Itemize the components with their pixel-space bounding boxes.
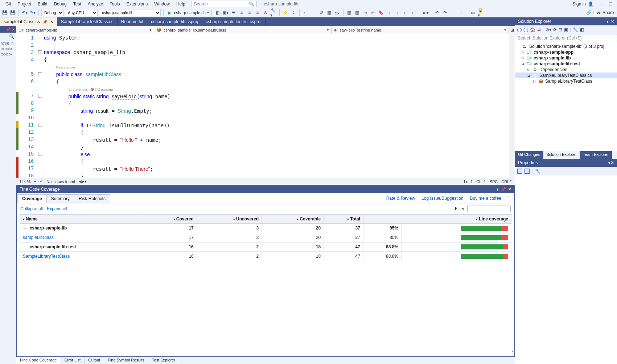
scroll-down-icon[interactable]: ˅ [511, 351, 514, 356]
issues-label[interactable]: No issues found [46, 179, 75, 184]
toolbar-icon[interactable]: ≣ [230, 9, 237, 16]
bookmark-icon[interactable]: 🔖 [378, 9, 384, 16]
live-share-button[interactable]: 🔗 Live Share [586, 10, 616, 15]
fwd-icon[interactable]: ◯ [523, 27, 528, 32]
toolbar-icon[interactable]: ⚡ [282, 9, 289, 16]
lineending-indicator[interactable]: CRLF [501, 179, 512, 184]
wrench-icon[interactable]: 🔧 [535, 169, 540, 174]
fold-column[interactable]: ----- [37, 34, 43, 178]
menu-item[interactable]: Project [14, 1, 34, 7]
back-icon[interactable]: ◯ [517, 27, 522, 32]
log-issue-link[interactable]: Log Issue/Suggestion [421, 196, 463, 201]
tree-node[interactable]: ▷ C# csharp-sample-app [515, 49, 617, 55]
tree-node[interactable]: ▷ C# csharp-sample-lib [515, 55, 617, 61]
maximize-icon[interactable]: ☐ [609, 1, 613, 7]
bottom-tab[interactable]: Fine Code Coverage [16, 357, 61, 364]
toolbar-icon[interactable]: ◂ [394, 9, 400, 16]
toolbar-icon[interactable]: ⎘▾ [334, 9, 341, 16]
coverage-class-link[interactable]: sampleLibClass [23, 235, 54, 240]
close-icon[interactable]: ✕ [12, 28, 15, 32]
toolbar-icon[interactable]: ↷ [442, 9, 448, 16]
bottom-tab[interactable]: Find Symbol Results [104, 357, 148, 364]
coverage-name[interactable]: sampleLibClass [20, 233, 142, 242]
tab-hotspots[interactable]: Risk Hotspots [74, 194, 110, 203]
coverage-name[interactable]: SampleLibraryTestClass [20, 252, 142, 261]
scope-dropdown[interactable]: C# csharp-sample-lib▾ [16, 26, 154, 34]
redo-icon[interactable]: ↷▾ [29, 9, 36, 16]
expand-icon[interactable]: ▷ [521, 56, 525, 60]
solexp-tab[interactable]: Solution Explorer [543, 151, 580, 159]
filter-input[interactable] [467, 206, 511, 212]
search-icon[interactable]: 🔍 [9, 34, 15, 39]
col-uncovered[interactable]: ▾Uncovered [197, 215, 262, 224]
categorized-icon[interactable] [517, 169, 522, 174]
doc-tab[interactable]: csharp-sample-lib.csproj [147, 17, 202, 26]
type-dropdown[interactable]: 📦 csharp_sample_lib.sampleLibClass▾ [154, 26, 332, 34]
close-icon[interactable]: ✕ [508, 187, 511, 192]
expand-all-link[interactable]: Expand all [47, 206, 67, 211]
tab-coverage[interactable]: Coverage [17, 194, 47, 203]
toolbar-icon[interactable]: ≡ [246, 9, 253, 16]
tree-node[interactable]: ◢ C# csharp-sample-lib-test [515, 61, 617, 67]
menu-item[interactable]: Debug [50, 1, 70, 7]
menu-item[interactable]: Extensions [123, 1, 151, 7]
nav-fwd-icon[interactable]: → [458, 9, 464, 16]
col-total[interactable]: ▾Total [324, 215, 363, 224]
solution-tree[interactable]: 🗂Solution 'csharp-sample-lib' (3 of 3 pr… [515, 42, 617, 151]
collapse-icon[interactable]: ⊟ [559, 27, 562, 32]
expand-icon[interactable]: ◢ [521, 62, 525, 66]
doc-tab[interactable]: csharp-sample-lib-test.csproj [202, 17, 265, 26]
refresh-icon[interactable]: ⟳ [553, 27, 557, 32]
minimize-icon[interactable]: — [599, 1, 604, 7]
expand-icon[interactable]: ▷ [527, 68, 530, 71]
code-area[interactable]: using System; namespace csharp_sample_li… [43, 34, 515, 178]
tree-node[interactable]: ▷ 📦 SampleLibraryTestClass [515, 78, 617, 84]
undo-icon[interactable]: ↶▾ [21, 9, 28, 16]
expand-icon[interactable]: ▷ [532, 79, 536, 83]
scrollbar[interactable] [509, 34, 515, 178]
toolbar-icon[interactable]: ▥ [354, 9, 361, 16]
toolbar-icon[interactable]: ≡ [254, 9, 261, 16]
nav-fwd-icon[interactable]: → [310, 9, 317, 16]
menu-item[interactable]: Build [34, 1, 51, 7]
expand-icon[interactable]: ◢ [527, 74, 530, 77]
dropdown-icon[interactable]: ▾ [497, 187, 499, 192]
menu-item[interactable]: Help [173, 1, 189, 7]
toolbar-icon[interactable]: ▭ [470, 9, 476, 16]
dropdown-icon[interactable]: ▾ [606, 19, 609, 24]
solexp-search-input[interactable]: Search Solution Explorer (Ctrl+$) [515, 34, 617, 42]
bottom-tab[interactable]: Output [85, 357, 104, 364]
toolbar-icon[interactable]: ⊘ [262, 9, 269, 16]
pin-icon[interactable]: 📌 [43, 20, 47, 24]
solexp-tab[interactable]: Git Changes [515, 151, 543, 159]
platform-dropdown[interactable]: Any CPU [65, 9, 98, 16]
menu-item[interactable]: Analyze [85, 1, 107, 7]
sync-icon[interactable]: ⊚▾ [546, 27, 551, 32]
toolbar-icon[interactable]: ⇥ [362, 9, 369, 16]
menu-item[interactable]: Tools [106, 1, 123, 7]
col-linecov[interactable]: ▾Line coverage [363, 215, 511, 224]
showall-icon[interactable]: ▣ [564, 27, 568, 32]
close-icon[interactable]: ✕ [611, 19, 614, 24]
zoom-level[interactable]: 144 % [19, 179, 30, 184]
expand-icon[interactable]: ▷ [521, 50, 525, 54]
nav-back-icon[interactable]: ← [302, 9, 309, 16]
menu-item[interactable]: Window [151, 1, 173, 7]
global-search-input[interactable]: Search 🔍 [192, 1, 257, 7]
collapse-all-link[interactable]: Collapse all [20, 206, 43, 211]
pin-icon[interactable]: 📌 [6, 28, 11, 32]
doc-tab[interactable]: Readme.txt [118, 17, 147, 26]
menu-item[interactable]: Test [70, 1, 85, 7]
start-debug-icon[interactable]: ▶ [166, 9, 173, 16]
toolbar-icon[interactable]: ≡ [238, 9, 245, 16]
nav-icon[interactable]: ◂⁞▸▾ [79, 179, 87, 184]
tree-node[interactable]: ▷ ⚙ Dependencies [515, 67, 617, 73]
config-dropdown[interactable]: Debug [41, 9, 63, 16]
rate-link[interactable]: Rate & Review [386, 196, 415, 201]
save-icon[interactable]: 💾 [1, 9, 8, 16]
toolbar-icon[interactable]: ↶ [434, 9, 440, 16]
coffee-link[interactable]: Buy me a coffee [470, 196, 502, 201]
col-covered[interactable]: ▾Covered [142, 215, 197, 224]
tab-summary[interactable]: Summary [46, 194, 74, 203]
pin-icon[interactable]: 📌 [501, 187, 506, 192]
